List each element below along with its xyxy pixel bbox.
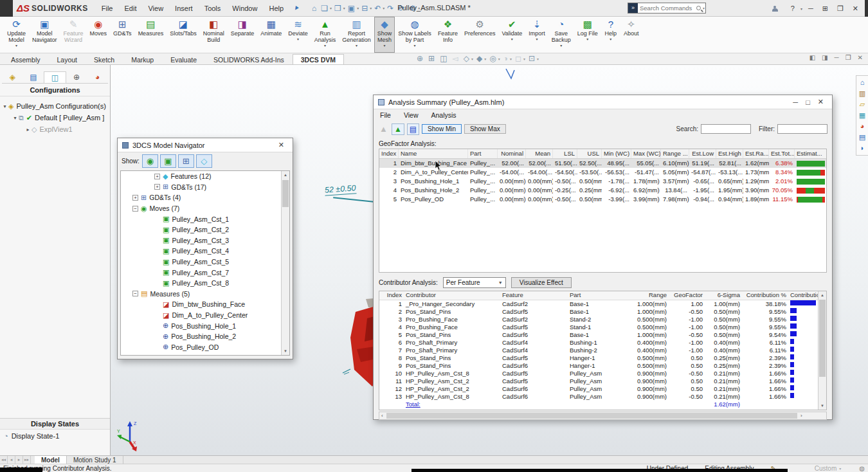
menu-item[interactable]: Window [226, 4, 263, 13]
visualize-effect-button[interactable]: Visualize Effect [511, 277, 572, 288]
home-icon[interactable]: ⌂ [856, 77, 868, 88]
view-orientation-icon[interactable]: ◇ ▾ [462, 54, 473, 63]
run-analysis-button[interactable]: ▲ Run Analysis ▾ [311, 17, 339, 53]
histogram-toggle[interactable]: ▤ [407, 123, 419, 135]
show-gdts-toggle[interactable]: ⊞ [178, 154, 194, 168]
navigator-tree-item[interactable]: + ⊞ GD&Ts (17) [121, 182, 289, 193]
tree-expand-box[interactable]: + [154, 174, 160, 179]
scroll-down-icon[interactable]: ▼ [282, 347, 289, 355]
tree-expand-box[interactable]: + [154, 184, 160, 190]
appearances-icon[interactable]: ◕ [856, 121, 868, 132]
model-navigator-button[interactable]: ▣ Model Navigator [29, 17, 60, 53]
tab-scroll-last-icon[interactable]: ▸▸ [23, 456, 31, 464]
command-tab[interactable]: Evaluate [162, 54, 205, 64]
contributor-table-row[interactable]: 13 HP_Pulley_Asm_Cst_8 CadSurf6 Pulley_A… [379, 393, 826, 401]
navigator-tree-item[interactable]: ▣ Pulley_Asm_Cst_2 [121, 224, 289, 235]
hscroll-thumb[interactable] [386, 413, 797, 419]
contributor-hscrollbar[interactable]: ‹ › [379, 412, 827, 420]
navigator-tree-item[interactable]: ◪ Dim_A_to_Pulley_Center [121, 310, 289, 321]
help-caret-icon[interactable]: ▾ [799, 6, 804, 11]
minimize-button[interactable]: ─ [804, 5, 818, 12]
analysis-menu-item[interactable]: File [380, 111, 391, 119]
scene-icon[interactable]: ◻ ▾ [513, 54, 525, 63]
contributor-table-row[interactable]: 12 HP_Pulley_Asm_Cst_2 CadSurf6 Pulley_A… [379, 385, 826, 393]
contributor-table-row[interactable]: 3 Pro_Bushing_Face CadSurf2 Stand-2 0.50… [379, 316, 826, 323]
tree-expand-arrow-icon[interactable]: ▾ [1, 104, 8, 109]
navigator-tree-item[interactable]: ▣ Pulley_Asm_Cst_7 [121, 267, 289, 278]
search-commands-box[interactable]: » ▾ [628, 3, 706, 14]
navigator-title-bar[interactable]: 3DCS Model Navigator ✕ [118, 138, 293, 152]
menu-item[interactable]: View [142, 4, 169, 13]
contributor-table-row[interactable]: 6 Pro_Shaft_Primary CadSurf4 Bushing-1 0… [379, 339, 826, 347]
document-tab[interactable]: Model [35, 456, 67, 464]
custom-properties-icon[interactable]: ▤ [856, 132, 868, 143]
contributor-table-row[interactable]: 5 Pos_Stand_Pins CadSurf6 Base-1 1.000(m… [379, 331, 826, 339]
design-library-icon[interactable]: ▥ [856, 88, 868, 99]
contributor-table-row[interactable]: 4 Pro_Bushing_Face CadSurf5 Stand-1 0.50… [379, 323, 826, 331]
navigator-tree-item[interactable]: ▣ Pulley_Asm_Cst_1 [121, 213, 289, 224]
new-document-icon[interactable]: ❏ ▾ [319, 4, 332, 13]
navigator-scrollbar[interactable]: ▲ ▼ [281, 171, 289, 355]
geofactor-table-row[interactable]: 4 Pos_Bushing_Hole_2 Pulley_... 0.00(mm)… [379, 186, 826, 195]
animate-button[interactable]: ▦ Animate [257, 17, 285, 53]
nominal-display-toggle[interactable]: ▲ [392, 123, 404, 135]
moves-button[interactable]: ◉ Moves [87, 17, 111, 53]
geofactor-table-row[interactable]: 2 Dim_A_to_Pulley_Center Pulley_... -54.… [379, 168, 826, 177]
previous-view-icon[interactable]: ◅ [450, 54, 460, 63]
doc-close-button[interactable]: ✕ [858, 54, 863, 61]
tree-expand-arrow-icon[interactable]: ▾ [12, 115, 19, 121]
scroll-right-icon[interactable]: › [799, 413, 804, 419]
analysis-menu-item[interactable]: Analysis [431, 111, 457, 119]
doc-restore-button[interactable]: ❐ [845, 54, 851, 61]
contributor-table-row[interactable]: 1 _Pro_Hanger_Secondary CadSurf2 Base-1 … [379, 300, 826, 308]
save-icon[interactable]: ▣ ▾ [346, 4, 359, 13]
about-button[interactable]: ✧ About [620, 17, 642, 53]
status-custom-label[interactable]: Custom [815, 465, 836, 472]
geofactor-table-row[interactable]: 3 Pos_Bushing_Hole_1 Pulley_... 0.00(mm)… [379, 177, 826, 186]
user-account-icon[interactable] [772, 6, 781, 12]
separate-button[interactable]: ◨ Separate [228, 17, 258, 53]
log-file-button[interactable]: ▩ Log File ▾ [574, 17, 601, 53]
analysis-minimize-button[interactable]: ─ [789, 98, 802, 106]
close-button[interactable]: ✕ [848, 5, 863, 13]
contributor-table-row[interactable]: 8 Pos_Stand_Pins CadSurf5 Hanger-1 0.500… [379, 354, 826, 362]
document-tab[interactable]: Motion Study 1 [67, 456, 123, 464]
configuration-tree-item[interactable]: ▸ ◇ ExplView1 [0, 123, 110, 135]
gdts-button[interactable]: ⊞ GD&Ts [110, 17, 135, 53]
menu-item[interactable]: Tools [199, 4, 227, 13]
contributor-table-row[interactable]: 2 Pos_Stand_Pins CadSurf5 Base-1 1.000(m… [379, 308, 826, 316]
navigator-tree-item[interactable]: ◪ Dim_btw_Bushing_Face [121, 299, 289, 310]
command-tab[interactable]: 3DCS DVM [293, 54, 344, 64]
dimxpertmanager-tab[interactable]: ⊕ [66, 71, 87, 83]
show-mesh-button[interactable]: ◆ Show Mesh ▾ [374, 17, 395, 53]
validate-button[interactable]: ✔ Validate ▾ [498, 17, 525, 53]
save-backup-button[interactable]: ◔ Save Backup ▾ [548, 17, 574, 53]
slots-tabs-button[interactable]: ◪ Slots/Tabs [167, 17, 200, 53]
pane-split-left-icon[interactable]: ◧ [809, 54, 815, 61]
tree-expand-box[interactable]: − [132, 291, 138, 296]
appearances-icon[interactable]: ◑ ▾ [502, 54, 512, 63]
tree-expand-box[interactable]: − [132, 206, 138, 212]
undo-icon[interactable]: ↶ ▾ [372, 4, 385, 13]
preferences-button[interactable]: ⚙ Preferences [461, 17, 499, 53]
navigator-tree-item[interactable]: ▣ Pulley_Asm_Cst_8 [121, 278, 289, 289]
search-caret-icon[interactable]: ▾ [703, 6, 705, 10]
analysis-title-bar[interactable]: Analysis Summary (Pulley_Asm.hlm) ─ □ ✕ [374, 95, 832, 109]
tab-scroll-first-icon[interactable]: ◂◂ [0, 456, 8, 464]
zoom-area-icon[interactable]: ⊞ [426, 54, 437, 63]
maximize-button[interactable]: ⊞ [818, 5, 833, 13]
import-button[interactable]: ⇣ Import ▾ [525, 17, 548, 53]
scroll-down-icon[interactable]: ▼ [818, 402, 826, 410]
analysis-maximize-button[interactable]: □ [802, 98, 814, 106]
navigator-tree-item[interactable]: ▣ Pulley_Asm_Cst_3 [121, 235, 289, 246]
command-tab[interactable]: Markup [123, 54, 162, 64]
show-max-button[interactable]: Show Max [464, 124, 506, 134]
show-measures-toggle[interactable]: ▣ [160, 154, 176, 168]
search-icon[interactable] [696, 6, 701, 10]
show-labels-by-part-button[interactable]: ◍ Show Labels by Part ▾ [395, 17, 435, 53]
contributor-scrollbar[interactable]: ▲ ▼ [818, 291, 826, 410]
status-globe-icon[interactable]: ◍ [859, 465, 865, 472]
hide-show-items-icon[interactable]: ◎ ▾ [487, 54, 500, 63]
viewport-settings-icon[interactable]: ⊡ ▾ [527, 54, 539, 63]
feature-wizard-button[interactable]: ✎ Feature Wizard [60, 17, 87, 53]
